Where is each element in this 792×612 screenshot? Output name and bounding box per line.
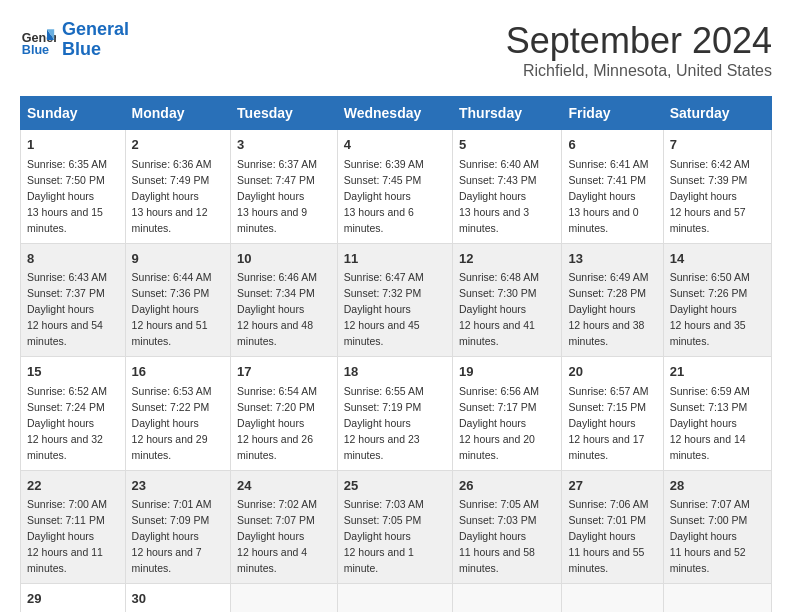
day-detail: Sunrise: 6:40 AMSunset: 7:43 PMDaylight …	[459, 158, 539, 234]
day-detail: Sunrise: 6:36 AMSunset: 7:49 PMDaylight …	[132, 158, 212, 234]
day-detail: Sunrise: 6:57 AMSunset: 7:15 PMDaylight …	[568, 385, 648, 461]
day-cell: 1 Sunrise: 6:35 AMSunset: 7:50 PMDayligh…	[21, 130, 126, 244]
day-number: 23	[132, 477, 225, 496]
day-cell	[452, 584, 562, 612]
day-cell	[231, 584, 338, 612]
day-cell: 19 Sunrise: 6:56 AMSunset: 7:17 PMDaylig…	[452, 357, 562, 471]
day-detail: Sunrise: 7:06 AMSunset: 7:01 PMDaylight …	[568, 498, 648, 574]
header-thursday: Thursday	[452, 97, 562, 130]
day-cell: 13 Sunrise: 6:49 AMSunset: 7:28 PMDaylig…	[562, 243, 663, 357]
header-monday: Monday	[125, 97, 231, 130]
day-number: 10	[237, 250, 331, 269]
day-detail: Sunrise: 7:00 AMSunset: 7:11 PMDaylight …	[27, 498, 107, 574]
day-detail: Sunrise: 6:46 AMSunset: 7:34 PMDaylight …	[237, 271, 317, 347]
day-detail: Sunrise: 6:49 AMSunset: 7:28 PMDaylight …	[568, 271, 648, 347]
day-detail: Sunrise: 6:50 AMSunset: 7:26 PMDaylight …	[670, 271, 750, 347]
day-cell: 26 Sunrise: 7:05 AMSunset: 7:03 PMDaylig…	[452, 470, 562, 584]
day-cell: 25 Sunrise: 7:03 AMSunset: 7:05 PMDaylig…	[337, 470, 452, 584]
day-cell: 21 Sunrise: 6:59 AMSunset: 7:13 PMDaylig…	[663, 357, 771, 471]
day-cell: 5 Sunrise: 6:40 AMSunset: 7:43 PMDayligh…	[452, 130, 562, 244]
subtitle: Richfield, Minnesota, United States	[506, 62, 772, 80]
day-number: 11	[344, 250, 446, 269]
day-cell	[663, 584, 771, 612]
day-number: 24	[237, 477, 331, 496]
day-detail: Sunrise: 7:02 AMSunset: 7:07 PMDaylight …	[237, 498, 317, 574]
day-number: 8	[27, 250, 119, 269]
day-detail: Sunrise: 7:01 AMSunset: 7:09 PMDaylight …	[132, 498, 212, 574]
header-wednesday: Wednesday	[337, 97, 452, 130]
day-detail: Sunrise: 7:03 AMSunset: 7:05 PMDaylight …	[344, 498, 424, 574]
day-cell: 8 Sunrise: 6:43 AMSunset: 7:37 PMDayligh…	[21, 243, 126, 357]
logo: General Blue General Blue	[20, 20, 129, 60]
day-number: 18	[344, 363, 446, 382]
day-number: 5	[459, 136, 556, 155]
week-row-2: 8 Sunrise: 6:43 AMSunset: 7:37 PMDayligh…	[21, 243, 772, 357]
week-row-5: 29 Sunrise: 7:08 AMSunset: 6:58 PMDaylig…	[21, 584, 772, 612]
day-detail: Sunrise: 6:52 AMSunset: 7:24 PMDaylight …	[27, 385, 107, 461]
header-friday: Friday	[562, 97, 663, 130]
day-number: 12	[459, 250, 556, 269]
day-detail: Sunrise: 6:42 AMSunset: 7:39 PMDaylight …	[670, 158, 750, 234]
header-sunday: Sunday	[21, 97, 126, 130]
day-cell: 3 Sunrise: 6:37 AMSunset: 7:47 PMDayligh…	[231, 130, 338, 244]
page-header: General Blue General Blue September 2024…	[20, 20, 772, 80]
day-detail: Sunrise: 6:54 AMSunset: 7:20 PMDaylight …	[237, 385, 317, 461]
week-row-1: 1 Sunrise: 6:35 AMSunset: 7:50 PMDayligh…	[21, 130, 772, 244]
day-cell: 17 Sunrise: 6:54 AMSunset: 7:20 PMDaylig…	[231, 357, 338, 471]
day-cell: 14 Sunrise: 6:50 AMSunset: 7:26 PMDaylig…	[663, 243, 771, 357]
day-cell: 7 Sunrise: 6:42 AMSunset: 7:39 PMDayligh…	[663, 130, 771, 244]
week-row-4: 22 Sunrise: 7:00 AMSunset: 7:11 PMDaylig…	[21, 470, 772, 584]
day-number: 19	[459, 363, 556, 382]
day-number: 16	[132, 363, 225, 382]
day-number: 2	[132, 136, 225, 155]
day-cell: 27 Sunrise: 7:06 AMSunset: 7:01 PMDaylig…	[562, 470, 663, 584]
day-cell: 4 Sunrise: 6:39 AMSunset: 7:45 PMDayligh…	[337, 130, 452, 244]
day-detail: Sunrise: 6:53 AMSunset: 7:22 PMDaylight …	[132, 385, 212, 461]
day-number: 13	[568, 250, 656, 269]
title-block: September 2024 Richfield, Minnesota, Uni…	[506, 20, 772, 80]
day-number: 22	[27, 477, 119, 496]
day-cell: 16 Sunrise: 6:53 AMSunset: 7:22 PMDaylig…	[125, 357, 231, 471]
day-detail: Sunrise: 6:56 AMSunset: 7:17 PMDaylight …	[459, 385, 539, 461]
day-cell	[337, 584, 452, 612]
logo-general: General	[62, 19, 129, 39]
day-number: 29	[27, 590, 119, 609]
header-tuesday: Tuesday	[231, 97, 338, 130]
day-number: 3	[237, 136, 331, 155]
day-number: 26	[459, 477, 556, 496]
day-number: 27	[568, 477, 656, 496]
day-number: 7	[670, 136, 765, 155]
day-cell: 2 Sunrise: 6:36 AMSunset: 7:49 PMDayligh…	[125, 130, 231, 244]
svg-text:Blue: Blue	[22, 43, 49, 57]
day-number: 4	[344, 136, 446, 155]
day-cell: 29 Sunrise: 7:08 AMSunset: 6:58 PMDaylig…	[21, 584, 126, 612]
day-cell: 18 Sunrise: 6:55 AMSunset: 7:19 PMDaylig…	[337, 357, 452, 471]
day-cell: 23 Sunrise: 7:01 AMSunset: 7:09 PMDaylig…	[125, 470, 231, 584]
main-title: September 2024	[506, 20, 772, 62]
logo-text: General Blue	[62, 20, 129, 60]
day-number: 21	[670, 363, 765, 382]
calendar-table: SundayMondayTuesdayWednesdayThursdayFrid…	[20, 96, 772, 612]
day-detail: Sunrise: 6:37 AMSunset: 7:47 PMDaylight …	[237, 158, 317, 234]
day-cell: 11 Sunrise: 6:47 AMSunset: 7:32 PMDaylig…	[337, 243, 452, 357]
day-detail: Sunrise: 6:47 AMSunset: 7:32 PMDaylight …	[344, 271, 424, 347]
day-number: 30	[132, 590, 225, 609]
day-number: 20	[568, 363, 656, 382]
day-cell: 28 Sunrise: 7:07 AMSunset: 7:00 PMDaylig…	[663, 470, 771, 584]
day-cell: 22 Sunrise: 7:00 AMSunset: 7:11 PMDaylig…	[21, 470, 126, 584]
day-cell: 10 Sunrise: 6:46 AMSunset: 7:34 PMDaylig…	[231, 243, 338, 357]
header-saturday: Saturday	[663, 97, 771, 130]
day-cell: 24 Sunrise: 7:02 AMSunset: 7:07 PMDaylig…	[231, 470, 338, 584]
day-cell: 30 Sunrise: 7:10 AMSunset: 6:56 PMDaylig…	[125, 584, 231, 612]
day-detail: Sunrise: 6:55 AMSunset: 7:19 PMDaylight …	[344, 385, 424, 461]
day-detail: Sunrise: 6:59 AMSunset: 7:13 PMDaylight …	[670, 385, 750, 461]
day-number: 6	[568, 136, 656, 155]
day-number: 28	[670, 477, 765, 496]
day-number: 9	[132, 250, 225, 269]
day-detail: Sunrise: 7:07 AMSunset: 7:00 PMDaylight …	[670, 498, 750, 574]
logo-blue: Blue	[62, 39, 101, 59]
day-cell: 6 Sunrise: 6:41 AMSunset: 7:41 PMDayligh…	[562, 130, 663, 244]
calendar-header-row: SundayMondayTuesdayWednesdayThursdayFrid…	[21, 97, 772, 130]
day-detail: Sunrise: 6:39 AMSunset: 7:45 PMDaylight …	[344, 158, 424, 234]
day-detail: Sunrise: 7:05 AMSunset: 7:03 PMDaylight …	[459, 498, 539, 574]
